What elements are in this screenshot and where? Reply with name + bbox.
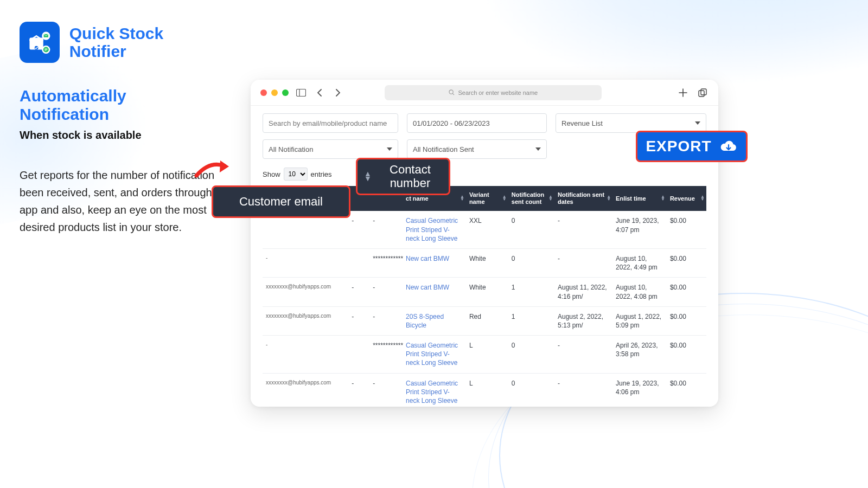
cell-enlist: June 19, 2023, 4:07 pm	[612, 211, 667, 248]
col-sent-count[interactable]: Notification sent count▲▼	[508, 186, 554, 211]
date-range-input[interactable]	[407, 113, 547, 133]
cell-email: xxxxxxxx@hubifyapps.com	[263, 278, 348, 306]
cell-product: New cart BMW	[403, 248, 466, 277]
cell-variant: White	[466, 248, 508, 277]
cell-variant: L	[466, 373, 508, 407]
cell-product: Casual Geometric Print Striped V-neck Lo…	[403, 336, 466, 374]
description: Get reports for the number of notificati…	[20, 166, 220, 236]
cell-b: -	[369, 306, 403, 335]
browser-chrome: Search or enter website name	[251, 80, 718, 106]
export-button[interactable]: EXPORT	[636, 131, 748, 162]
product-link[interactable]: New cart BMW	[406, 284, 449, 291]
cell-email: xxxxxxxx@hubifyapps.com	[263, 373, 348, 407]
notification-filter-select[interactable]: All Notification	[263, 139, 398, 159]
cell-a	[348, 336, 369, 374]
svg-rect-10	[699, 91, 704, 97]
minimize-light[interactable]	[271, 89, 278, 96]
cell-a: -	[348, 306, 369, 335]
svg-point-8	[449, 90, 453, 94]
table-row: xxxxxxxx@hubifyapps.com--20S 8-Speed Bic…	[263, 306, 706, 335]
cell-b: ************	[369, 336, 403, 374]
tabs-icon[interactable]	[697, 87, 709, 99]
headline: Automatically Notification	[20, 87, 220, 124]
cloud-download-icon	[719, 138, 738, 155]
show-label-post: entries	[311, 170, 332, 178]
product-link[interactable]: Casual Geometric Print Striped V-neck Lo…	[406, 217, 458, 242]
cell-b: -	[369, 373, 403, 407]
col-variant[interactable]: Variant name▲▼	[466, 186, 508, 211]
svg-line-9	[453, 93, 455, 95]
forward-icon[interactable]	[332, 87, 344, 99]
product-link[interactable]: Casual Geometric Print Striped V-neck Lo…	[406, 380, 458, 404]
traffic-lights	[260, 89, 289, 96]
svg-rect-11	[701, 89, 706, 95]
sidebar-icon[interactable]	[295, 87, 307, 99]
cell-email: xxxxxxxx@hubifyapps.com	[263, 306, 348, 335]
cell-product: Casual Geometric Print Striped V-neck Lo…	[403, 373, 466, 407]
callout-contact-number: ▲▼ Contact number	[356, 158, 450, 195]
cell-variant: White	[466, 278, 508, 306]
table-row: -************Casual Geometric Print Stri…	[263, 336, 706, 374]
brand: Quick Stock Notifier	[20, 22, 220, 63]
brand-icon	[20, 22, 60, 63]
cell-enlist: June 19, 2023, 4:06 pm	[612, 373, 667, 407]
product-link[interactable]: 20S 8-Speed Bicycle	[406, 313, 444, 329]
entries-count-select[interactable]: 10	[284, 168, 308, 181]
cell-revenue: $0.00	[667, 278, 706, 306]
search-input[interactable]	[263, 113, 398, 133]
cell-count: 1	[508, 278, 554, 306]
sort-icon: ▲▼	[364, 171, 372, 182]
cell-email: -	[263, 336, 348, 374]
cell-dates: August 2, 2022, 5:13 pm/	[554, 306, 612, 335]
cell-count: 0	[508, 336, 554, 374]
arrow-annotation	[194, 156, 233, 184]
search-icon	[449, 89, 455, 95]
close-light[interactable]	[260, 89, 267, 96]
product-link[interactable]: New cart BMW	[406, 255, 449, 262]
cell-revenue: $0.00	[667, 248, 706, 277]
svg-rect-6	[297, 89, 306, 96]
cell-enlist: August 1, 2022, 5:09 pm	[612, 306, 667, 335]
show-label-pre: Show	[263, 170, 280, 178]
cell-revenue: $0.00	[667, 306, 706, 335]
notification-sent-filter-select[interactable]: All Notification Sent	[407, 139, 547, 159]
subheadline: When stock is available	[20, 129, 220, 142]
cell-dates: -	[554, 248, 612, 277]
cell-count: 0	[508, 211, 554, 248]
back-icon[interactable]	[314, 87, 326, 99]
browser-window: Search or enter website name Revenue Lis…	[251, 80, 718, 407]
revenue-list-select[interactable]: Revenue List	[556, 113, 706, 133]
table-row: xxxxxxxx@hubifyapps.com--New cart BMWWhi…	[263, 278, 706, 306]
cell-product: Casual Geometric Print Striped V-neck Lo…	[403, 211, 466, 248]
cell-variant: L	[466, 336, 508, 374]
col-enlist-time[interactable]: Enlist time▲▼	[612, 186, 667, 211]
cell-email: -	[263, 248, 348, 277]
cell-revenue: $0.00	[667, 373, 706, 407]
table-row: -************New cart BMWWhite0-August 1…	[263, 248, 706, 277]
product-link[interactable]: Casual Geometric Print Striped V-neck Lo…	[406, 342, 458, 367]
table-row: xxxxxxxx@hubifyapps.com--Casual Geometri…	[263, 373, 706, 407]
cell-a: -	[348, 278, 369, 306]
notifications-table: ct name▲▼ Variant name▲▼ Notification se…	[263, 186, 706, 407]
col-revenue[interactable]: Revenue▲▼	[667, 186, 706, 211]
cell-variant: XXL	[466, 211, 508, 248]
cell-dates: -	[554, 336, 612, 374]
cell-b: -	[369, 211, 403, 248]
cell-a: -	[348, 211, 369, 248]
brand-name: Quick Stock Notifier	[69, 24, 220, 60]
zoom-light[interactable]	[282, 89, 289, 96]
cell-count: 0	[508, 248, 554, 277]
cell-product: 20S 8-Speed Bicycle	[403, 306, 466, 335]
cell-product: New cart BMW	[403, 278, 466, 306]
col-sent-dates[interactable]: Notification sent dates▲▼	[554, 186, 612, 211]
cell-count: 0	[508, 373, 554, 407]
cell-a	[348, 248, 369, 277]
cell-variant: Red	[466, 306, 508, 335]
url-placeholder: Search or enter website name	[458, 89, 538, 96]
cell-dates: -	[554, 211, 612, 248]
cell-revenue: $0.00	[667, 211, 706, 248]
new-tab-icon[interactable]	[677, 87, 689, 99]
cell-enlist: August 10, 2022, 4:49 pm	[612, 248, 667, 277]
url-bar[interactable]: Search or enter website name	[385, 85, 602, 100]
cell-b: ************	[369, 248, 403, 277]
